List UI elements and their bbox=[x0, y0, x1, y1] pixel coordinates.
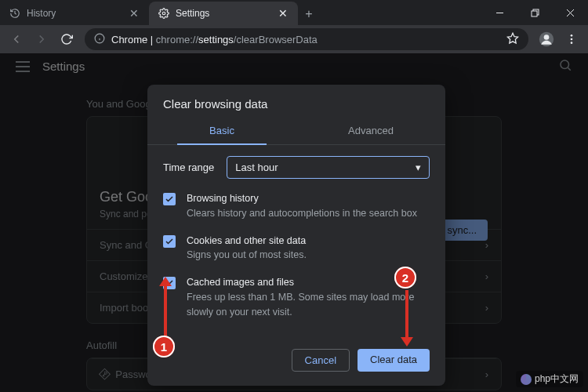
window-titlebar: History ✕ Settings ✕ + bbox=[0, 0, 588, 25]
time-range-select[interactable]: Last hour ▾ bbox=[227, 156, 430, 179]
watermark-text: php中文网 bbox=[535, 372, 579, 386]
window-controls bbox=[482, 0, 588, 25]
tab-advanced[interactable]: Advanced bbox=[296, 117, 445, 144]
option-label: Cached images and files bbox=[187, 275, 430, 290]
annotation-arrow-down bbox=[401, 290, 413, 347]
checkbox-checked-icon[interactable] bbox=[163, 193, 176, 205]
option-cached-images[interactable]: Cached images and files Frees up less th… bbox=[163, 275, 430, 319]
dialog-title: Clear browsing data bbox=[147, 85, 445, 117]
watermark: php中文网 bbox=[516, 371, 583, 387]
cancel-button[interactable]: Cancel bbox=[292, 349, 350, 372]
select-value: Last hour bbox=[235, 162, 278, 173]
forward-button[interactable] bbox=[30, 27, 53, 51]
svg-point-0 bbox=[162, 12, 165, 15]
watermark-logo-icon bbox=[521, 374, 532, 385]
gear-icon bbox=[158, 8, 169, 19]
browser-toolbar: Chrome | chrome://settings/clearBrowserD… bbox=[0, 25, 588, 53]
checkbox-checked-icon[interactable] bbox=[163, 235, 176, 248]
svg-point-14 bbox=[571, 42, 573, 44]
close-icon[interactable]: ✕ bbox=[278, 8, 289, 19]
tab-settings[interactable]: Settings ✕ bbox=[149, 2, 298, 25]
annotation-arrow-up bbox=[159, 277, 172, 341]
minimize-button[interactable] bbox=[482, 0, 517, 25]
option-cookies[interactable]: Cookies and other site data Signs you ou… bbox=[163, 234, 430, 263]
svg-marker-9 bbox=[507, 33, 517, 43]
option-browsing-history[interactable]: Browsing history Clears history and auto… bbox=[163, 191, 430, 221]
dialog-tabs: Basic Advanced bbox=[147, 117, 445, 145]
time-range-label: Time range bbox=[163, 162, 214, 173]
reload-button[interactable] bbox=[55, 27, 78, 51]
close-icon[interactable]: ✕ bbox=[129, 8, 140, 19]
option-sublabel: Frees up less than 1 MB. Some sites may … bbox=[187, 290, 430, 320]
tab-title: Settings bbox=[176, 8, 271, 19]
clear-data-button[interactable]: Clear data bbox=[358, 349, 430, 372]
url-text: Chrome | chrome://settings/clearBrowserD… bbox=[111, 34, 318, 45]
svg-point-11 bbox=[544, 34, 550, 40]
svg-point-12 bbox=[571, 34, 573, 37]
option-label: Browsing history bbox=[187, 191, 417, 206]
tab-title: History bbox=[27, 8, 122, 19]
maximize-button[interactable] bbox=[517, 0, 553, 25]
close-window-button[interactable] bbox=[553, 0, 588, 25]
option-sublabel: Signs you out of most sites. bbox=[187, 248, 307, 263]
chevron-down-icon: ▾ bbox=[416, 162, 421, 173]
address-bar[interactable]: Chrome | chrome://settings/clearBrowserD… bbox=[85, 28, 528, 50]
svg-point-13 bbox=[571, 38, 573, 41]
option-sublabel: Clears history and autocompletions in th… bbox=[187, 206, 417, 221]
new-tab-button[interactable]: + bbox=[298, 3, 320, 25]
annotation-badge-2: 2 bbox=[394, 267, 416, 289]
history-icon bbox=[9, 8, 20, 19]
annotation-badge-1: 1 bbox=[153, 336, 175, 358]
tab-strip: History ✕ Settings ✕ + bbox=[0, 0, 320, 25]
site-info-icon[interactable] bbox=[94, 33, 105, 46]
option-label: Cookies and other site data bbox=[187, 234, 307, 249]
profile-button[interactable] bbox=[535, 27, 558, 51]
svg-rect-3 bbox=[532, 11, 537, 16]
tab-basic[interactable]: Basic bbox=[147, 117, 296, 144]
tab-history[interactable]: History ✕ bbox=[0, 2, 149, 25]
menu-button[interactable] bbox=[560, 27, 583, 51]
back-button[interactable] bbox=[5, 27, 28, 51]
bookmark-icon[interactable] bbox=[506, 32, 519, 47]
